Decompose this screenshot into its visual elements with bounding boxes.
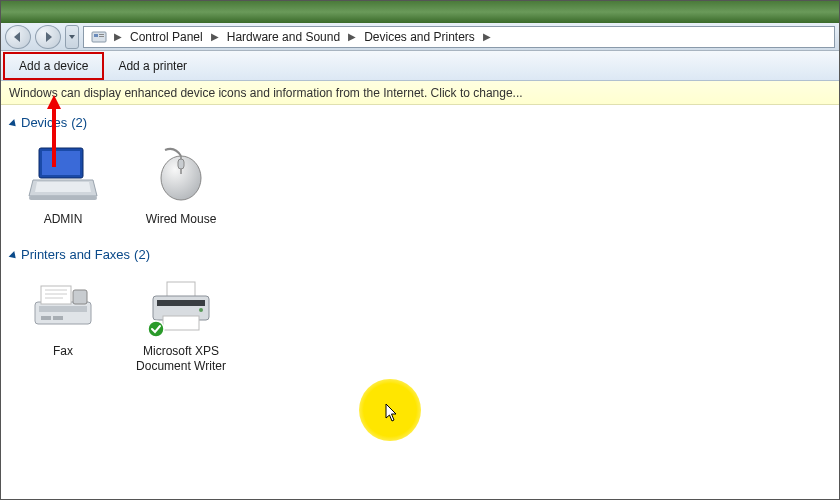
group-header-printers[interactable]: Printers and Faxes (2) <box>9 241 831 266</box>
printers-items: Fax Microsoft XPS Document Writer <box>9 266 831 388</box>
disclosure-triangle-icon <box>9 119 19 129</box>
device-label: Microsoft XPS Document Writer <box>131 344 231 374</box>
nav-bar: ▶ Control Panel ▶ Hardware and Sound ▶ D… <box>1 23 839 51</box>
fax-icon <box>23 272 103 340</box>
svg-rect-1 <box>94 34 98 37</box>
svg-rect-23 <box>157 300 205 306</box>
breadcrumb-devices-printers[interactable]: Devices and Printers <box>358 27 481 47</box>
svg-rect-17 <box>73 290 87 304</box>
svg-point-26 <box>148 321 164 337</box>
group-title: Printers and Faxes <box>21 247 130 262</box>
info-bar-text: Windows can display enhanced device icon… <box>9 86 523 100</box>
printer-icon <box>141 272 221 340</box>
printer-item-xps[interactable]: Microsoft XPS Document Writer <box>131 272 231 374</box>
svg-rect-18 <box>39 306 87 312</box>
mouse-icon <box>141 140 221 208</box>
svg-rect-5 <box>42 151 80 175</box>
svg-marker-7 <box>35 182 91 192</box>
window-titlebar <box>1 1 839 23</box>
group-count: (2) <box>134 247 150 262</box>
group-count: (2) <box>71 115 87 130</box>
device-item-mouse[interactable]: Wired Mouse <box>131 140 231 227</box>
breadcrumb-hardware-sound[interactable]: Hardware and Sound <box>221 27 346 47</box>
device-label: Fax <box>53 344 73 359</box>
svg-rect-24 <box>163 316 199 330</box>
chevron-right-icon: ▶ <box>481 31 493 42</box>
group-title: Devices <box>21 115 67 130</box>
default-badge-icon <box>147 320 165 338</box>
breadcrumb-control-panel[interactable]: Control Panel <box>124 27 209 47</box>
svg-rect-12 <box>35 302 91 324</box>
cursor-icon <box>385 403 399 423</box>
group-header-devices[interactable]: Devices (2) <box>9 109 831 134</box>
add-device-button[interactable]: Add a device <box>3 52 104 80</box>
command-bar: Add a device Add a printer <box>1 51 839 81</box>
chevron-right-icon: ▶ <box>346 31 358 42</box>
svg-rect-8 <box>29 196 97 200</box>
printer-item-fax[interactable]: Fax <box>13 272 113 374</box>
svg-rect-13 <box>41 286 71 304</box>
disclosure-triangle-icon <box>9 251 19 261</box>
chevron-right-icon: ▶ <box>209 31 221 42</box>
forward-button[interactable] <box>35 25 61 49</box>
info-bar[interactable]: Windows can display enhanced device icon… <box>1 81 839 105</box>
laptop-icon <box>23 140 103 208</box>
svg-rect-2 <box>99 34 104 35</box>
svg-point-25 <box>199 308 203 312</box>
svg-rect-3 <box>99 36 104 37</box>
back-button[interactable] <box>5 25 31 49</box>
chevron-right-icon: ▶ <box>112 31 124 42</box>
nav-history-dropdown[interactable] <box>65 25 79 49</box>
svg-rect-19 <box>41 316 51 320</box>
svg-rect-11 <box>178 159 184 169</box>
add-printer-button[interactable]: Add a printer <box>104 52 201 80</box>
content-area: Devices (2) ADMIN <box>1 105 839 396</box>
location-icon <box>90 28 108 46</box>
address-bar[interactable]: ▶ Control Panel ▶ Hardware and Sound ▶ D… <box>83 26 835 48</box>
device-label: Wired Mouse <box>146 212 217 227</box>
devices-items: ADMIN Wired Mouse <box>9 134 831 241</box>
device-label: ADMIN <box>44 212 83 227</box>
svg-rect-20 <box>53 316 63 320</box>
device-item-admin[interactable]: ADMIN <box>13 140 113 227</box>
